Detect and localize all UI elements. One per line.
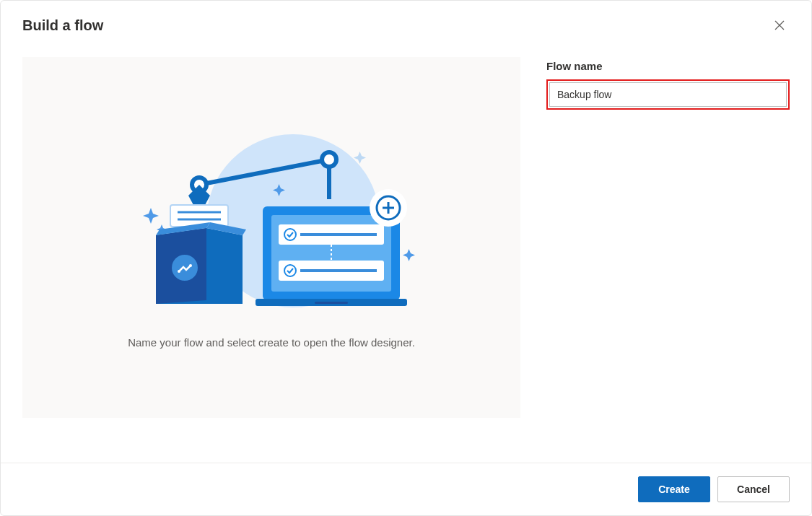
svg-rect-7 (170, 205, 228, 227)
svg-point-16 (189, 264, 192, 267)
help-text: Name your flow and select create to open… (128, 336, 415, 349)
svg-point-5 (322, 152, 336, 167)
close-button[interactable] (769, 15, 790, 35)
build-flow-dialog: Build a flow (0, 0, 812, 516)
flow-builder-illustration-icon (120, 127, 423, 315)
dialog-body: Name your flow and select create to open… (1, 43, 811, 463)
dialog-footer: Create Cancel (1, 463, 811, 515)
form-panel: Flow name (546, 57, 790, 441)
illustration-panel: Name your flow and select create to open… (22, 57, 520, 418)
dialog-header: Build a flow (1, 1, 811, 43)
cancel-button[interactable]: Cancel (717, 476, 790, 502)
svg-point-25 (284, 265, 296, 276)
create-button[interactable]: Create (638, 476, 710, 502)
flow-name-label: Flow name (546, 60, 790, 72)
dialog-title: Build a flow (22, 17, 103, 34)
close-icon (774, 19, 785, 31)
svg-point-22 (284, 229, 296, 240)
flow-name-input[interactable] (549, 82, 787, 107)
flow-name-highlight (546, 79, 790, 110)
svg-point-15 (178, 270, 180, 273)
svg-rect-20 (315, 302, 348, 304)
